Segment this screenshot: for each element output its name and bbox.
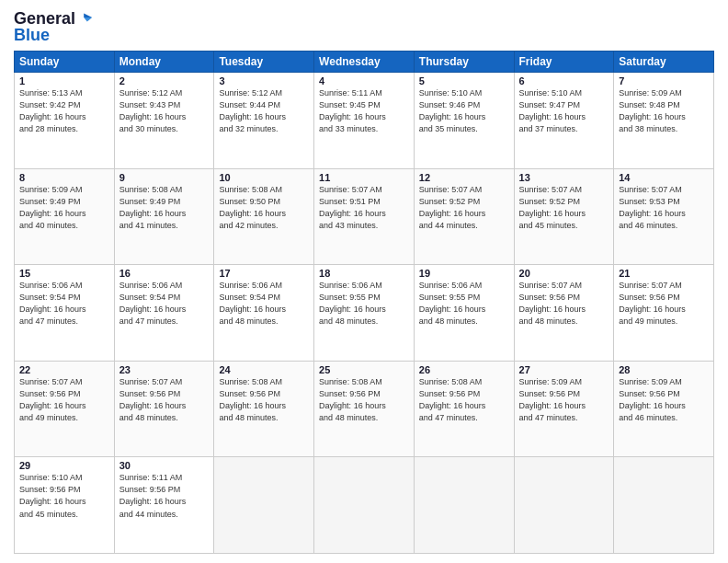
- day-info: Sunrise: 5:07 AM Sunset: 9:56 PM Dayligh…: [119, 376, 210, 424]
- calendar-cell: 29Sunrise: 5:10 AM Sunset: 9:56 PM Dayli…: [15, 457, 115, 554]
- day-number: 24: [219, 364, 309, 375]
- calendar-cell: 10Sunrise: 5:08 AM Sunset: 9:50 PM Dayli…: [214, 168, 314, 265]
- calendar-cell: 14Sunrise: 5:07 AM Sunset: 9:53 PM Dayli…: [614, 168, 714, 265]
- day-number: 29: [19, 460, 109, 471]
- calendar-table: SundayMondayTuesdayWednesdayThursdayFrid…: [14, 51, 714, 554]
- day-info: Sunrise: 5:08 AM Sunset: 9:50 PM Dayligh…: [219, 184, 309, 232]
- calendar-header-row: SundayMondayTuesdayWednesdayThursdayFrid…: [15, 52, 714, 73]
- day-number: 9: [119, 172, 210, 183]
- calendar-cell: 15Sunrise: 5:06 AM Sunset: 9:54 PM Dayli…: [15, 265, 115, 362]
- calendar-cell: 11Sunrise: 5:07 AM Sunset: 9:51 PM Dayli…: [314, 168, 415, 265]
- calendar-cell: 3Sunrise: 5:12 AM Sunset: 9:44 PM Daylig…: [214, 73, 314, 169]
- day-info: Sunrise: 5:11 AM Sunset: 9:56 PM Dayligh…: [119, 472, 210, 520]
- day-number: 16: [119, 268, 210, 279]
- calendar-cell: 1Sunrise: 5:13 AM Sunset: 9:42 PM Daylig…: [15, 73, 115, 169]
- calendar-week-row: 8Sunrise: 5:09 AM Sunset: 9:49 PM Daylig…: [15, 168, 714, 265]
- day-info: Sunrise: 5:08 AM Sunset: 9:56 PM Dayligh…: [319, 376, 409, 424]
- calendar-cell: 27Sunrise: 5:09 AM Sunset: 9:56 PM Dayli…: [514, 361, 614, 457]
- day-number: 28: [619, 364, 709, 375]
- day-info: Sunrise: 5:12 AM Sunset: 9:43 PM Dayligh…: [119, 87, 210, 135]
- day-number: 14: [619, 172, 709, 183]
- day-number: 7: [619, 75, 709, 86]
- day-info: Sunrise: 5:07 AM Sunset: 9:56 PM Dayligh…: [19, 376, 109, 424]
- day-info: Sunrise: 5:08 AM Sunset: 9:56 PM Dayligh…: [419, 376, 509, 424]
- calendar-header-thursday: Thursday: [414, 52, 514, 73]
- calendar-cell: 4Sunrise: 5:11 AM Sunset: 9:45 PM Daylig…: [314, 73, 415, 169]
- day-info: Sunrise: 5:07 AM Sunset: 9:53 PM Dayligh…: [619, 184, 709, 232]
- day-info: Sunrise: 5:09 AM Sunset: 9:48 PM Dayligh…: [619, 87, 709, 135]
- calendar-cell: 13Sunrise: 5:07 AM Sunset: 9:52 PM Dayli…: [514, 168, 614, 265]
- calendar-cell: 22Sunrise: 5:07 AM Sunset: 9:56 PM Dayli…: [15, 361, 115, 457]
- calendar-cell: 2Sunrise: 5:12 AM Sunset: 9:43 PM Daylig…: [114, 73, 214, 169]
- calendar-header-tuesday: Tuesday: [214, 52, 314, 73]
- calendar-week-row: 1Sunrise: 5:13 AM Sunset: 9:42 PM Daylig…: [15, 73, 714, 169]
- calendar-cell: 18Sunrise: 5:06 AM Sunset: 9:55 PM Dayli…: [314, 265, 415, 362]
- day-info: Sunrise: 5:10 AM Sunset: 9:47 PM Dayligh…: [519, 87, 609, 135]
- calendar-cell: 30Sunrise: 5:11 AM Sunset: 9:56 PM Dayli…: [114, 457, 214, 554]
- day-number: 25: [319, 364, 409, 375]
- day-number: 20: [519, 268, 609, 279]
- svg-marker-0: [84, 13, 92, 17]
- svg-marker-1: [84, 17, 92, 22]
- day-number: 21: [619, 268, 709, 279]
- calendar-week-row: 22Sunrise: 5:07 AM Sunset: 9:56 PM Dayli…: [15, 361, 714, 457]
- calendar-cell: [214, 457, 314, 554]
- day-info: Sunrise: 5:06 AM Sunset: 9:55 PM Dayligh…: [419, 280, 509, 327]
- calendar-cell: 12Sunrise: 5:07 AM Sunset: 9:52 PM Dayli…: [414, 168, 514, 265]
- day-number: 3: [219, 75, 309, 86]
- day-info: Sunrise: 5:06 AM Sunset: 9:54 PM Dayligh…: [119, 280, 210, 327]
- day-info: Sunrise: 5:09 AM Sunset: 9:56 PM Dayligh…: [519, 376, 609, 424]
- calendar-cell: 24Sunrise: 5:08 AM Sunset: 9:56 PM Dayli…: [214, 361, 314, 457]
- day-info: Sunrise: 5:11 AM Sunset: 9:45 PM Dayligh…: [319, 87, 409, 135]
- day-number: 8: [19, 172, 109, 183]
- calendar-cell: 8Sunrise: 5:09 AM Sunset: 9:49 PM Daylig…: [15, 168, 115, 265]
- calendar-cell: 26Sunrise: 5:08 AM Sunset: 9:56 PM Dayli…: [414, 361, 514, 457]
- day-info: Sunrise: 5:13 AM Sunset: 9:42 PM Dayligh…: [19, 87, 109, 135]
- day-info: Sunrise: 5:07 AM Sunset: 9:51 PM Dayligh…: [319, 184, 409, 232]
- day-info: Sunrise: 5:10 AM Sunset: 9:56 PM Dayligh…: [19, 472, 109, 520]
- calendar-header-friday: Friday: [514, 52, 614, 73]
- calendar-body: 1Sunrise: 5:13 AM Sunset: 9:42 PM Daylig…: [15, 73, 714, 554]
- day-number: 19: [419, 268, 509, 279]
- day-number: 30: [119, 460, 210, 471]
- day-number: 11: [319, 172, 409, 183]
- day-number: 26: [419, 364, 509, 375]
- day-number: 15: [19, 268, 109, 279]
- calendar-cell: [314, 457, 415, 554]
- day-info: Sunrise: 5:07 AM Sunset: 9:52 PM Dayligh…: [519, 184, 609, 232]
- day-info: Sunrise: 5:07 AM Sunset: 9:56 PM Dayligh…: [619, 280, 709, 327]
- day-number: 4: [319, 75, 409, 86]
- day-number: 13: [519, 172, 609, 183]
- calendar-cell: 20Sunrise: 5:07 AM Sunset: 9:56 PM Dayli…: [514, 265, 614, 362]
- day-number: 5: [419, 75, 509, 86]
- calendar-cell: 21Sunrise: 5:07 AM Sunset: 9:56 PM Dayli…: [614, 265, 714, 362]
- day-info: Sunrise: 5:06 AM Sunset: 9:54 PM Dayligh…: [219, 280, 309, 327]
- calendar-cell: [614, 457, 714, 554]
- day-info: Sunrise: 5:08 AM Sunset: 9:49 PM Dayligh…: [119, 184, 210, 232]
- day-number: 27: [519, 364, 609, 375]
- day-info: Sunrise: 5:07 AM Sunset: 9:56 PM Dayligh…: [519, 280, 609, 327]
- day-info: Sunrise: 5:12 AM Sunset: 9:44 PM Dayligh…: [219, 87, 309, 135]
- logo-bird-icon: [77, 10, 94, 27]
- calendar-cell: 25Sunrise: 5:08 AM Sunset: 9:56 PM Dayli…: [314, 361, 415, 457]
- day-number: 6: [519, 75, 609, 86]
- calendar-cell: [414, 457, 514, 554]
- day-number: 10: [219, 172, 309, 183]
- calendar-cell: 23Sunrise: 5:07 AM Sunset: 9:56 PM Dayli…: [114, 361, 214, 457]
- day-info: Sunrise: 5:07 AM Sunset: 9:52 PM Dayligh…: [419, 184, 509, 232]
- header: General Blue: [14, 9, 714, 45]
- calendar-header-monday: Monday: [114, 52, 214, 73]
- day-number: 1: [19, 75, 109, 86]
- calendar-cell: [514, 457, 614, 554]
- calendar-cell: 16Sunrise: 5:06 AM Sunset: 9:54 PM Dayli…: [114, 265, 214, 362]
- calendar-cell: 6Sunrise: 5:10 AM Sunset: 9:47 PM Daylig…: [514, 73, 614, 169]
- day-number: 23: [119, 364, 210, 375]
- day-info: Sunrise: 5:10 AM Sunset: 9:46 PM Dayligh…: [419, 87, 509, 135]
- day-info: Sunrise: 5:06 AM Sunset: 9:55 PM Dayligh…: [319, 280, 409, 327]
- day-info: Sunrise: 5:09 AM Sunset: 9:56 PM Dayligh…: [619, 376, 709, 424]
- calendar-cell: 19Sunrise: 5:06 AM Sunset: 9:55 PM Dayli…: [414, 265, 514, 362]
- day-number: 22: [19, 364, 109, 375]
- day-info: Sunrise: 5:08 AM Sunset: 9:56 PM Dayligh…: [219, 376, 309, 424]
- calendar-header-saturday: Saturday: [614, 52, 714, 73]
- calendar-cell: 28Sunrise: 5:09 AM Sunset: 9:56 PM Dayli…: [614, 361, 714, 457]
